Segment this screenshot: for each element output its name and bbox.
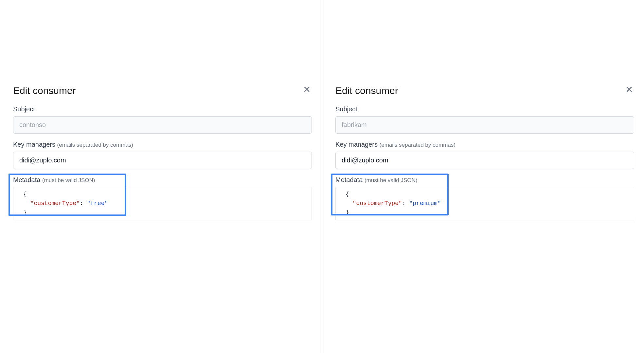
metadata-json-editor[interactable]: { "customerType": "premium" } bbox=[335, 187, 634, 220]
key-managers-label-text: Key managers bbox=[13, 141, 57, 148]
subject-field-group: Subject bbox=[335, 105, 634, 134]
subject-input[interactable] bbox=[335, 116, 634, 134]
dialog-header: Edit consumer ✕ bbox=[335, 85, 634, 96]
metadata-json-editor[interactable]: { "customerType": "free" } bbox=[13, 187, 312, 220]
metadata-label-text: Metadata bbox=[13, 176, 42, 183]
dialog-header: Edit consumer ✕ bbox=[13, 85, 312, 96]
subject-label: Subject bbox=[335, 105, 634, 113]
edit-consumer-dialog: Edit consumer ✕ Subject Key managers (em… bbox=[13, 85, 312, 228]
key-managers-label: Key managers (emails separated by commas… bbox=[335, 141, 634, 148]
key-managers-field-group: Key managers (emails separated by commas… bbox=[335, 141, 634, 169]
edit-consumer-dialog: Edit consumer ✕ Subject Key managers (em… bbox=[335, 85, 634, 228]
close-icon[interactable]: ✕ bbox=[302, 85, 312, 94]
metadata-hint: (must be valid JSON) bbox=[42, 177, 95, 183]
subject-field-group: Subject bbox=[13, 105, 312, 134]
key-managers-input[interactable] bbox=[13, 152, 312, 169]
subject-input[interactable] bbox=[13, 116, 312, 134]
dialog-title: Edit consumer bbox=[335, 85, 398, 96]
metadata-hint: (must be valid JSON) bbox=[365, 177, 418, 183]
metadata-field-group: Metadata (must be valid JSON) { "custome… bbox=[335, 176, 634, 220]
json-value: free bbox=[90, 200, 104, 207]
metadata-field-group: Metadata (must be valid JSON) { "custome… bbox=[13, 176, 312, 220]
dialog-title: Edit consumer bbox=[13, 85, 76, 96]
metadata-label-text: Metadata bbox=[335, 176, 365, 183]
right-panel: Edit consumer ✕ Subject Key managers (em… bbox=[322, 0, 644, 353]
metadata-label: Metadata (must be valid JSON) bbox=[335, 176, 634, 184]
json-key: customerType bbox=[356, 200, 399, 207]
key-managers-field-group: Key managers (emails separated by commas… bbox=[13, 141, 312, 169]
key-managers-hint: (emails separated by commas) bbox=[380, 142, 456, 148]
json-value: premium bbox=[413, 200, 438, 207]
close-icon[interactable]: ✕ bbox=[624, 85, 634, 94]
metadata-label: Metadata (must be valid JSON) bbox=[13, 176, 312, 184]
subject-label: Subject bbox=[13, 105, 312, 113]
key-managers-input[interactable] bbox=[335, 152, 634, 169]
json-key: customerType bbox=[34, 200, 76, 207]
left-panel: Edit consumer ✕ Subject Key managers (em… bbox=[0, 0, 322, 353]
key-managers-hint: (emails separated by commas) bbox=[57, 142, 133, 148]
key-managers-label: Key managers (emails separated by commas… bbox=[13, 141, 312, 148]
key-managers-label-text: Key managers bbox=[335, 141, 380, 148]
